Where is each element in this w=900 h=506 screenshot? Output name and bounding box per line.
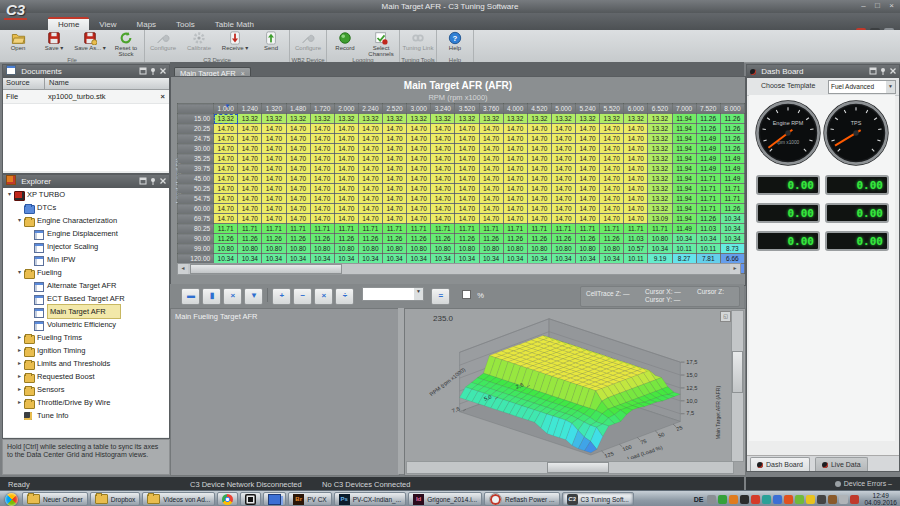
afr-cell[interactable]: 14.70 [262,204,286,214]
afr-cell[interactable]: 11.26 [286,234,310,244]
percent-checkbox[interactable] [462,290,471,299]
afr-cell[interactable]: 13.32 [648,114,672,124]
afr-cell[interactable]: 11.26 [720,134,744,144]
afr-cell[interactable]: 11.94 [672,174,696,184]
afr-cell[interactable]: 14.70 [334,144,358,154]
afr-cell[interactable]: 14.70 [624,164,648,174]
afr-cell[interactable]: 14.70 [334,184,358,194]
afr-cell[interactable]: 11.71 [383,224,407,234]
afr-cell[interactable]: 14.70 [214,194,238,204]
afr-cell[interactable]: 14.70 [238,154,262,164]
digital-display-1[interactable]: 0.00 [756,175,820,195]
afr-cell[interactable]: 14.70 [407,214,431,224]
scroll-left-icon[interactable]: ◄ [178,264,188,274]
afr-cell[interactable]: 11.71 [238,224,262,234]
afr-cell[interactable]: 6.66 [720,254,744,264]
rpm-column-header[interactable]: 8.000 [720,104,744,114]
afr-cell[interactable]: 14.70 [600,134,624,144]
afr-cell[interactable]: 13.32 [648,174,672,184]
afr-cell[interactable]: 14.70 [310,164,334,174]
afr-cell[interactable]: 13.32 [310,114,334,124]
afr-cell[interactable]: 11.71 [696,204,720,214]
rpm-column-header[interactable]: 7.000 [672,104,696,114]
panel-header-buttons[interactable] [869,67,897,75]
afr-cell[interactable]: 11.94 [672,114,696,124]
afr-cell[interactable]: 10.34 [696,234,720,244]
tree-item-tune-info[interactable]: Tune Info [3,409,169,422]
rpm-column-header[interactable]: 4.000 [503,104,527,114]
afr-cell[interactable]: 14.70 [238,134,262,144]
afr-cell[interactable]: 14.70 [238,124,262,134]
rpm-column-header[interactable]: 1.480 [286,104,310,114]
afr-cell[interactable]: 14.70 [527,194,551,204]
afr-cell[interactable]: 13.32 [648,204,672,214]
afr-cell[interactable]: 11.94 [672,194,696,204]
afr-cell[interactable]: 14.70 [334,124,358,134]
tree-item-limits-and-thresholds[interactable]: ▸Limits and Thresholds [3,357,169,370]
afr-cell[interactable]: 14.70 [455,154,479,164]
afr-cell[interactable]: 14.70 [262,174,286,184]
load-row-header[interactable]: 39.75 [178,164,214,174]
afr-cell[interactable]: 7.81 [696,254,720,264]
afr-cell[interactable]: 14.70 [334,174,358,184]
rpm-column-header[interactable]: 5.520 [600,104,624,114]
afr-cell[interactable]: 11.26 [455,234,479,244]
rpm-column-header[interactable]: 3.760 [479,104,503,114]
afr-cell[interactable]: 13.32 [648,154,672,164]
afr-cell[interactable]: 10.34 [720,224,744,234]
afr-cell[interactable]: 13.32 [600,114,624,124]
afr-cell[interactable]: 11.71 [262,224,286,234]
afr-cell[interactable]: 14.70 [286,174,310,184]
afr-cell[interactable]: 14.70 [431,214,455,224]
afr-cell[interactable]: 10.80 [431,244,455,254]
afr-cell[interactable]: 13.32 [455,114,479,124]
afr-cell[interactable]: 14.70 [407,194,431,204]
afr-cell[interactable]: 14.70 [238,164,262,174]
afr-cell[interactable]: 11.71 [407,224,431,234]
afr-cell[interactable]: 11.71 [286,224,310,234]
afr-cell[interactable]: 11.26 [551,234,575,244]
source-column-header[interactable]: Source [3,78,45,89]
afr-cell[interactable]: 11.26 [720,204,744,214]
tree-item-fueling-trims[interactable]: ▸Fueling Trims [3,331,169,344]
rpm-column-header[interactable]: 7.520 [696,104,720,114]
table-tool-button-8[interactable]: ÷ [335,288,354,305]
afr-cell[interactable]: 10.34 [214,254,238,264]
expander-icon[interactable]: ▸ [15,331,24,344]
panel-header-buttons[interactable] [139,67,167,75]
afr-cell[interactable]: 14.70 [383,164,407,174]
afr-cell[interactable]: 14.70 [551,164,575,174]
afr-cell[interactable]: 13.32 [624,114,648,124]
afr-cell[interactable]: 10.34 [720,234,744,244]
open-button[interactable]: Open [0,30,36,57]
afr-cell[interactable]: 14.70 [576,194,600,204]
afr-cell[interactable]: 14.70 [527,124,551,134]
afr-cell[interactable]: 14.70 [431,204,455,214]
afr-cell[interactable]: 11.26 [383,234,407,244]
afr-cell[interactable]: 11.26 [527,234,551,244]
maximize-pane-icon[interactable]: ◱ [720,311,731,322]
afr-cell[interactable]: 14.70 [576,204,600,214]
afr-cell[interactable]: 11.49 [696,154,720,164]
afr-cell[interactable]: 11.71 [696,194,720,204]
afr-cell[interactable]: 14.70 [238,174,262,184]
afr-cell[interactable]: 11.71 [720,184,744,194]
load-row-header[interactable]: 120.00 [178,254,214,264]
afr-cell[interactable]: 11.71 [648,224,672,234]
afr-cell[interactable]: 14.70 [455,194,479,204]
afr-cell[interactable]: 10.34 [407,254,431,264]
dashboard-tab-live-data[interactable]: Live Data [815,457,868,471]
rpm-column-header[interactable]: 2.520 [383,104,407,114]
afr-cell[interactable]: 11.94 [672,154,696,164]
afr-cell[interactable]: 11.26 [696,124,720,134]
afr-cell[interactable]: 14.70 [310,174,334,184]
load-row-header[interactable]: 35.25 [178,154,214,164]
afr-cell[interactable]: 10.80 [383,244,407,254]
digital-display-5[interactable]: 0.00 [756,231,820,251]
tray-icon[interactable] [828,495,837,504]
surface-horizontal-scrollbar[interactable] [406,461,734,474]
afr-cell[interactable]: 10.80 [214,244,238,254]
afr-cell[interactable]: 10.80 [527,244,551,254]
afr-cell[interactable]: 10.57 [624,244,648,254]
afr-cell[interactable]: 10.34 [527,254,551,264]
